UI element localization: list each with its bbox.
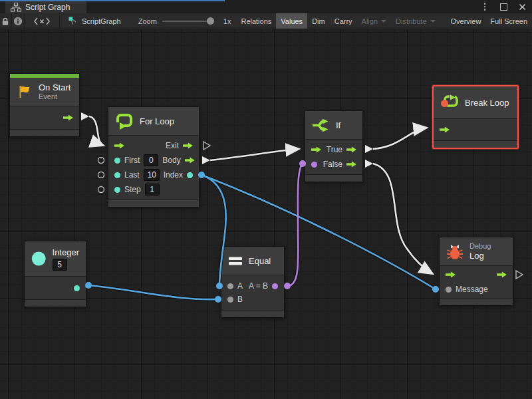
node-title: Equal [249,256,271,266]
equals-icon [228,255,243,267]
node-integer[interactable]: Integer 5 [24,241,86,307]
zoom-slider-handle[interactable] [207,17,214,25]
port-label: False [323,160,342,169]
node-if[interactable]: If True False [305,110,363,182]
node-footer [305,174,362,182]
code-view-button[interactable] [25,13,60,29]
step-value-field[interactable]: 1 [145,184,160,196]
node-title: On Start [39,82,70,92]
result-output-port[interactable] [272,283,278,289]
node-title: For Loop [140,116,174,126]
port-label: True [327,145,342,154]
kebab-menu-icon [484,3,486,11]
break-loop-icon [440,94,459,110]
node-subtitle: Event [39,92,70,101]
integer-value-field[interactable]: 5 [53,259,67,271]
dim-button[interactable]: Dim [307,13,330,29]
align-dropdown[interactable]: Align [357,13,391,29]
flow-input-port[interactable] [440,126,450,133]
overview-button[interactable]: Overview [446,13,486,29]
info-icon [13,17,23,26]
node-on-start[interactable]: On Start Event [9,73,80,137]
node-title: Break Loop [465,98,509,108]
last-input-port[interactable] [114,172,120,178]
node-title: Integer [53,247,79,257]
node-subtitle: Debug [469,242,491,251]
node-footer [108,200,199,207]
node-title: Log [469,251,491,261]
port-label: Exit [166,141,179,150]
first-input-port[interactable] [114,158,120,164]
info-button[interactable] [12,13,25,29]
port-label: A = B [249,281,268,291]
graph-hierarchy-icon [11,3,21,12]
port-label: Index [164,170,183,180]
false-output-port[interactable] [346,161,356,168]
flow-output-port[interactable] [63,114,73,121]
node-footer [10,129,79,136]
index-output-port[interactable] [187,172,193,178]
port-label: A [237,281,243,291]
a-input-port[interactable] [227,283,233,289]
node-footer [25,299,86,307]
maximize-icon [500,3,507,11]
bug-icon [446,243,464,260]
lock-button[interactable] [0,13,12,29]
zoom-label: Zoom [138,17,157,25]
lock-icon [1,17,9,26]
flow-input-port[interactable] [311,146,321,153]
distribute-dropdown[interactable]: Distribute [391,13,440,29]
message-input-port[interactable] [446,287,452,293]
exit-output-port[interactable] [183,142,193,149]
condition-input-port[interactable] [311,162,317,168]
port-label: First [124,156,140,165]
node-for-loop[interactable]: For Loop Exit First 0 Body [108,106,200,207]
value-output-port[interactable] [74,285,80,291]
port-label: Body [162,156,180,165]
body-output-port[interactable] [185,157,195,164]
values-button[interactable]: Values [276,13,307,29]
loop-icon [115,112,134,130]
flow-input-port[interactable] [446,271,456,278]
flag-icon [17,84,33,100]
true-output-port[interactable] [346,146,356,153]
port-label: Message [456,285,488,294]
branch-icon [312,118,330,133]
zoom-value: 1x [223,17,231,25]
window-menu-button[interactable] [480,2,489,11]
distribute-label: Distribute [396,17,426,25]
maximize-button[interactable] [499,2,508,11]
carry-button[interactable]: Carry [330,13,357,29]
step-input-port[interactable] [114,187,120,193]
node-footer [440,298,513,305]
angle-brackets-x-icon [34,17,50,25]
node-debug-log[interactable]: Debug Log Message [439,237,513,306]
node-footer [434,140,517,148]
chevron-down-icon [430,20,436,23]
title-bar: Script Graph [0,0,532,13]
relations-button[interactable]: Relations [236,13,276,29]
node-break-loop[interactable]: Break Loop [432,85,519,149]
script-graph-icon [68,16,78,27]
close-button[interactable] [517,2,527,11]
graph-name-label: ScriptGraph [82,17,121,25]
node-equal[interactable]: Equal A A = B B [221,246,285,318]
port-label: B [237,295,243,304]
flow-output-port[interactable] [497,271,507,278]
teal-circle-icon [31,249,47,268]
first-value-field[interactable]: 0 [144,154,158,166]
fullscreen-button[interactable]: Full Screen [485,13,532,29]
align-label: Align [362,17,378,25]
b-input-port[interactable] [227,297,233,303]
graph-toolbar: ScriptGraph Zoom 1x Relations Values Dim… [0,13,532,29]
chevron-down-icon [381,20,386,23]
node-title: If [336,120,340,130]
close-icon [519,3,526,11]
tab-script-graph[interactable]: Script Graph [5,1,86,13]
last-value-field[interactable]: 10 [144,169,160,181]
zoom-slider[interactable] [162,21,211,22]
port-label: Last [124,170,140,180]
node-footer [221,310,284,317]
flow-input-port[interactable] [114,142,124,149]
port-label: Step [124,185,141,194]
